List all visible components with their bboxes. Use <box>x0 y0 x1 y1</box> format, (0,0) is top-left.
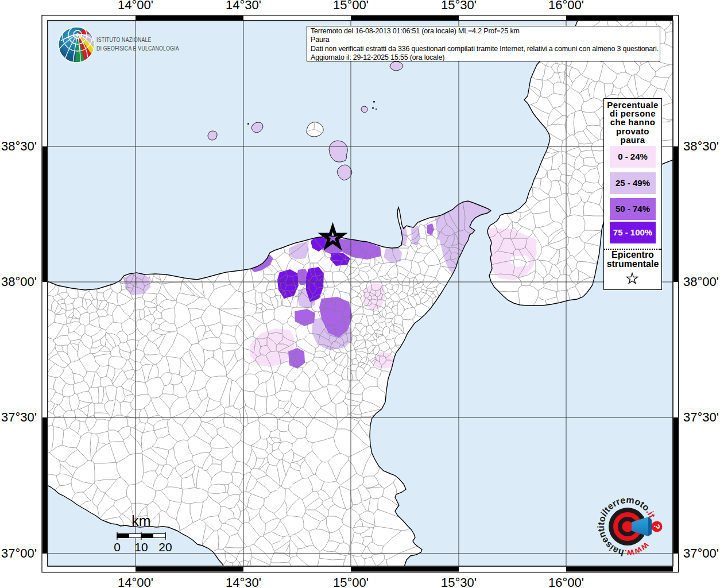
svg-text:DI GEOFISICA E VULCANOLOGIA: DI GEOFISICA E VULCANOLOGIA <box>96 45 179 52</box>
svg-text:ISTITUTO NAZIONALE: ISTITUTO NAZIONALE <box>96 36 152 43</box>
svg-text:?: ? <box>652 524 662 529</box>
